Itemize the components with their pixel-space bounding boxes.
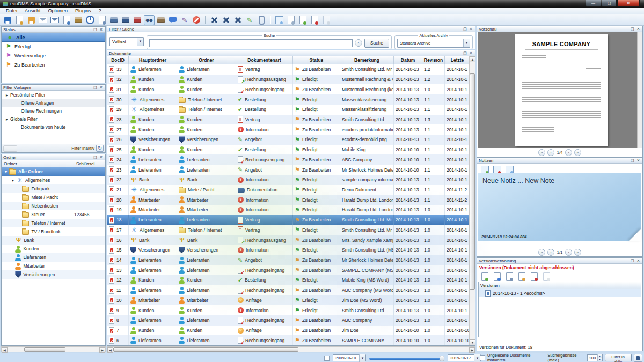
- float-panel-icon[interactable]: [630, 27, 635, 32]
- folder-item-lieferanten[interactable]: Lieferanten: [2, 253, 105, 262]
- note-icon[interactable]: [274, 15, 284, 25]
- user-settings-icon[interactable]: [221, 15, 231, 25]
- attach-icon[interactable]: [256, 15, 267, 25]
- slider-handle[interactable]: [440, 356, 444, 361]
- float-panel-icon[interactable]: [93, 27, 98, 32]
- email-archive-icon[interactable]: [49, 15, 60, 25]
- menu-ansicht[interactable]: Ansicht: [21, 8, 45, 13]
- table-row[interactable]: 28KundenKundenVertrag⚑Zu BearbeitenSmith…: [107, 115, 469, 125]
- documents-vertical-scrollbar[interactable]: ▲ ▼: [469, 56, 475, 345]
- search-input[interactable]: [149, 39, 353, 47]
- status-item-wiedervorlage[interactable]: ⚑Wiedervorlage: [2, 51, 105, 60]
- table-row[interactable]: 29✳AllgemeinesTelefon / Internet✔Bestell…: [107, 105, 469, 115]
- remove-document-icon[interactable]: [309, 15, 320, 25]
- table-row[interactable]: 11LieferantenLieferantenRechnungseingang…: [107, 285, 469, 295]
- folder-item-bank[interactable]: ΨBank: [2, 236, 105, 245]
- column-header-status[interactable]: Status: [293, 56, 340, 64]
- close-panel-icon[interactable]: [469, 51, 473, 56]
- filter-item-dokumente-von-heute[interactable]: Dokumente von heute: [2, 123, 105, 131]
- folder-item-kunden[interactable]: Kunden: [2, 245, 105, 253]
- archive-select[interactable]: Standard Archive: [397, 39, 470, 48]
- folder-item-fuhrpark[interactable]: Fuhrpark: [2, 184, 105, 193]
- table-row[interactable]: 33LieferantenLieferantenVertrag⚑Zu Bearb…: [107, 64, 469, 75]
- email-icon[interactable]: [38, 15, 48, 25]
- folder-item-steuer[interactable]: Steuer123456: [2, 210, 105, 219]
- save-icon[interactable]: [2, 15, 13, 25]
- table-row[interactable]: 25KundenKunden✔Bestellung⚑ErledigtMobile…: [107, 145, 469, 155]
- folder-item-tv-rundfunk[interactable]: TV / Rundfunk: [2, 227, 105, 236]
- float-panel-icon[interactable]: [630, 258, 635, 263]
- expander-icon[interactable]: [6, 116, 8, 122]
- scroll-up-icon[interactable]: ▲: [470, 56, 475, 62]
- table-horizontal-scrollbar[interactable]: ◀ ▶: [107, 346, 475, 352]
- table-row[interactable]: 8LieferantenLieferantenRechnungseingang⚑…: [107, 315, 469, 326]
- delete-version-icon[interactable]: [529, 271, 539, 282]
- column-header-dokumentenart[interactable]: Dokumentenart: [236, 56, 293, 64]
- document-disabled-icon[interactable]: [321, 15, 332, 25]
- table-row[interactable]: 15VersicherungenVersicherungeniInformati…: [107, 245, 469, 255]
- float-panel-icon[interactable]: [463, 27, 467, 32]
- minimize-button[interactable]: —: [586, 0, 601, 7]
- first-note-button[interactable]: [538, 249, 545, 256]
- close-button[interactable]: ✕: [617, 0, 640, 7]
- table-row[interactable]: 22ΨBankΨBankiInformation⚑Erledigtsample-…: [107, 175, 469, 185]
- scrollbar-thumb[interactable]: [24, 347, 65, 352]
- unread-checkbox[interactable]: [480, 355, 485, 360]
- folder-item-mitarbeiter[interactable]: Mitarbeiter: [2, 262, 105, 270]
- folder-item-nebenkosten[interactable]: Nebenkosten: [2, 202, 105, 210]
- previous-note-button[interactable]: [547, 249, 554, 256]
- search-mode-select[interactable]: Volltext: [109, 37, 144, 46]
- expander-icon[interactable]: [5, 169, 7, 174]
- date-filter-checkbox[interactable]: [324, 356, 330, 361]
- clear-search-icon[interactable]: ×: [355, 39, 362, 47]
- search-button[interactable]: Suche: [364, 39, 389, 48]
- last-page-button[interactable]: [574, 149, 581, 156]
- save-version-icon[interactable]: [516, 271, 527, 282]
- table-row[interactable]: 13LieferantenLieferantenRechnungseingang…: [107, 265, 469, 275]
- menu-plugins[interactable]: Plugins: [71, 8, 95, 13]
- column-header-ordner[interactable]: Ordner: [177, 56, 236, 64]
- close-panel-icon[interactable]: [636, 258, 641, 263]
- scroll-left-icon[interactable]: ◀: [107, 347, 113, 353]
- settings-icon[interactable]: [209, 15, 219, 25]
- left-horizontal-scrollbar[interactable]: ◀ ▶: [1, 346, 106, 352]
- table-row[interactable]: 19MitarbeiterMitarbeiteriInformation⚑Erl…: [107, 205, 469, 215]
- close-panel-icon[interactable]: [99, 85, 104, 90]
- column-header-letzte[interactable]: Letzte: [445, 56, 470, 64]
- table-row[interactable]: 23LieferantenLieferanten✎Angebot⚑Zu Bear…: [107, 165, 469, 175]
- table-row[interactable]: 24LieferantenLieferantenRechnungseingang…: [107, 154, 469, 165]
- float-panel-icon[interactable]: [93, 155, 98, 160]
- table-row[interactable]: 10MitarbeiterMitarbeiter?Anfrage⚑Erledig…: [107, 295, 469, 306]
- table-row[interactable]: 30✳AllgemeinesTelefon / Internet✔Bestell…: [107, 94, 469, 105]
- note-card[interactable]: Neue Notiz ... New Note 2014-11-18 13:24…: [478, 173, 641, 241]
- previous-page-button[interactable]: [547, 149, 554, 156]
- archive-settings-icon[interactable]: [232, 15, 243, 25]
- ink-note-icon[interactable]: [179, 15, 190, 25]
- stop-icon[interactable]: [191, 15, 202, 25]
- spinner-arrows-icon[interactable]: ▲▼: [597, 354, 602, 361]
- scroll-down-icon[interactable]: ▼: [470, 339, 475, 345]
- toggle-filter-button[interactable]: ↻: [96, 145, 104, 152]
- maximize-button[interactable]: ▢: [602, 0, 617, 7]
- table-row[interactable]: 26VersicherungenVersicherungen✎Angebot⚑E…: [107, 135, 469, 145]
- archive-calendar-icon[interactable]: [73, 15, 84, 25]
- float-panel-icon[interactable]: [93, 85, 98, 90]
- expander-icon[interactable]: [6, 92, 8, 98]
- scroll-right-icon[interactable]: ▶: [469, 347, 475, 353]
- table-row[interactable]: 6LieferantenLieferantenRechnungseingang⚑…: [107, 335, 469, 345]
- close-panel-icon[interactable]: [99, 155, 104, 160]
- expander-icon[interactable]: [12, 178, 14, 183]
- scrollbar-thumb[interactable]: [113, 347, 298, 352]
- inbox-upload-icon[interactable]: [97, 15, 107, 25]
- float-panel-icon[interactable]: [463, 51, 467, 56]
- status-item-alle[interactable]: ●Alle: [2, 33, 105, 42]
- table-row[interactable]: 14LieferantenLieferanten✎Angebot⚑Zu Bear…: [107, 255, 469, 265]
- table-row[interactable]: 31KundenKundenRechnungseingang⚑Zu Bearbe…: [107, 84, 469, 94]
- table-row[interactable]: 7KundenKunden?Anfrage⚑Zu BearbeitenJim D…: [107, 326, 469, 336]
- menu-item[interactable]: ?: [95, 8, 105, 13]
- archive-box-icon[interactable]: [132, 15, 143, 25]
- float-panel-icon[interactable]: [630, 158, 635, 163]
- column-header-revision[interactable]: Revision: [422, 56, 445, 64]
- checkin-version-icon[interactable]: [492, 271, 502, 282]
- table-row[interactable]: 16ΨBankΨBankRechnungsausgang⚑Zu Bearbeit…: [107, 235, 469, 245]
